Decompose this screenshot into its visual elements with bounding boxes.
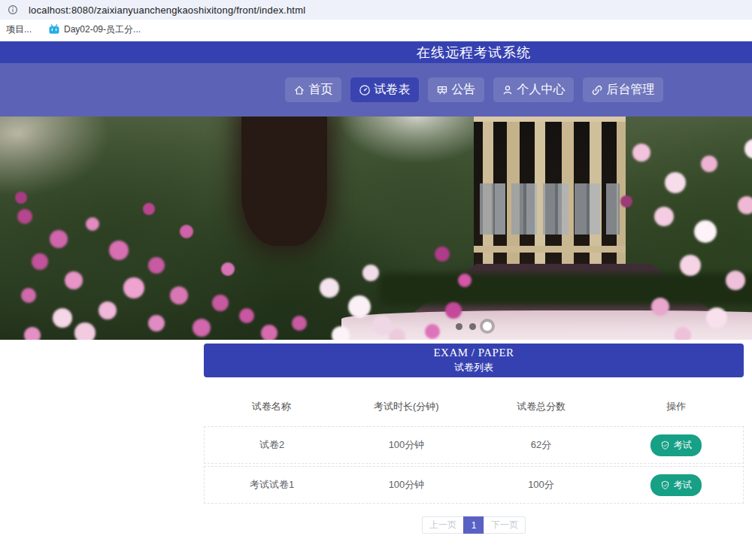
section-title-zh: 试卷列表 bbox=[454, 361, 493, 374]
exam-button-label: 考试 bbox=[674, 439, 692, 452]
cell-paper-name: 试卷2 bbox=[205, 438, 339, 452]
table-header-row: 试卷名称 考试时长(分钟) 试卷总分数 操作 bbox=[204, 387, 744, 426]
shield-check-icon bbox=[660, 480, 670, 490]
nav-item-label: 后台管理 bbox=[607, 82, 655, 98]
prev-page-button[interactable]: 上一页 bbox=[422, 516, 464, 534]
site-header: 在线远程考试系统 bbox=[0, 41, 752, 63]
nav-item-announcements[interactable]: 公告 bbox=[428, 77, 484, 102]
cell-action: 考试 bbox=[608, 434, 743, 456]
cell-duration: 100分钟 bbox=[339, 438, 474, 452]
hero-dark-archway bbox=[241, 117, 326, 246]
column-header-duration: 考试时长(分钟) bbox=[339, 400, 475, 413]
nav-item-label: 公告 bbox=[452, 82, 476, 98]
hero-hedge bbox=[379, 273, 752, 307]
hero-rose-blossoms-right bbox=[0, 117, 5, 121]
carousel-dot[interactable] bbox=[456, 323, 462, 330]
carousel-indicators bbox=[456, 322, 492, 331]
carousel-dot[interactable] bbox=[469, 323, 476, 330]
link-icon bbox=[591, 84, 603, 96]
nav-item-label: 试卷表 bbox=[374, 82, 411, 98]
main-nav: 首页 试卷表 公告 个人中心 后台管理 bbox=[0, 63, 752, 117]
url-text[interactable]: localhost:8080/zaixianyuanchengkaoshixit… bbox=[29, 5, 305, 16]
nav-item-admin[interactable]: 后台管理 bbox=[583, 77, 663, 102]
paper-table: 试卷名称 考试时长(分钟) 试卷总分数 操作 试卷2 100分钟 62分 考试 bbox=[204, 387, 744, 504]
pagination: 上一页 1 下一页 bbox=[204, 516, 744, 534]
current-page-button[interactable]: 1 bbox=[463, 516, 484, 534]
shield-check-icon bbox=[660, 440, 670, 450]
cell-paper-name: 考试试卷1 bbox=[205, 478, 339, 492]
carousel-dot-active[interactable] bbox=[483, 322, 492, 331]
cell-action: 考试 bbox=[608, 474, 743, 496]
hero-gravel-path bbox=[341, 310, 752, 340]
gauge-icon bbox=[359, 84, 371, 96]
cell-score: 100分 bbox=[474, 478, 608, 492]
cell-duration: 100分钟 bbox=[339, 478, 474, 492]
board-icon bbox=[436, 84, 448, 96]
column-header-action: 操作 bbox=[609, 400, 744, 413]
exam-button-label: 考试 bbox=[674, 479, 692, 492]
exam-button[interactable]: 考试 bbox=[650, 434, 702, 456]
bookmark-item[interactable]: Day02-09-员工分... bbox=[48, 23, 141, 36]
section-title-en: EXAM / PAPER bbox=[433, 347, 514, 359]
bookmarks-bar: 项目... Day02-09-员工分... bbox=[0, 20, 752, 39]
bookmark-item[interactable]: 项目... bbox=[6, 23, 32, 36]
nav-item-home[interactable]: 首页 bbox=[285, 77, 341, 102]
next-page-button[interactable]: 下一页 bbox=[484, 516, 526, 534]
nav-item-label: 个人中心 bbox=[517, 82, 566, 98]
table-row: 考试试卷1 100分钟 100分 考试 bbox=[204, 466, 744, 504]
nav-item-label: 首页 bbox=[309, 82, 333, 98]
content-column: EXAM / PAPER 试卷列表 试卷名称 考试时长(分钟) 试卷总分数 操作… bbox=[204, 344, 744, 534]
browser-address-bar[interactable]: localhost:8080/zaixianyuanchengkaoshixit… bbox=[0, 0, 752, 20]
section-banner: EXAM / PAPER 试卷列表 bbox=[204, 344, 744, 377]
column-header-score: 试卷总分数 bbox=[474, 400, 609, 413]
user-icon bbox=[502, 84, 514, 96]
exam-app: 在线远程考试系统 首页 试卷表 公告 个人中心 bbox=[0, 41, 752, 534]
exam-button[interactable]: 考试 bbox=[650, 474, 702, 496]
column-header-name: 试卷名称 bbox=[204, 400, 339, 413]
info-icon[interactable] bbox=[8, 5, 18, 15]
table-row: 试卷2 100分钟 62分 考试 bbox=[204, 426, 744, 464]
home-icon bbox=[293, 84, 305, 96]
hero-carousel bbox=[0, 117, 752, 340]
page-title: 在线远程考试系统 bbox=[417, 44, 531, 62]
nav-item-profile[interactable]: 个人中心 bbox=[493, 77, 574, 102]
cell-score: 62分 bbox=[474, 438, 608, 452]
bilibili-tv-icon bbox=[48, 24, 60, 35]
bookmark-label: Day02-09-员工分... bbox=[64, 23, 141, 36]
nav-item-papers[interactable]: 试卷表 bbox=[350, 77, 419, 102]
bookmark-label: 项目... bbox=[6, 23, 32, 36]
